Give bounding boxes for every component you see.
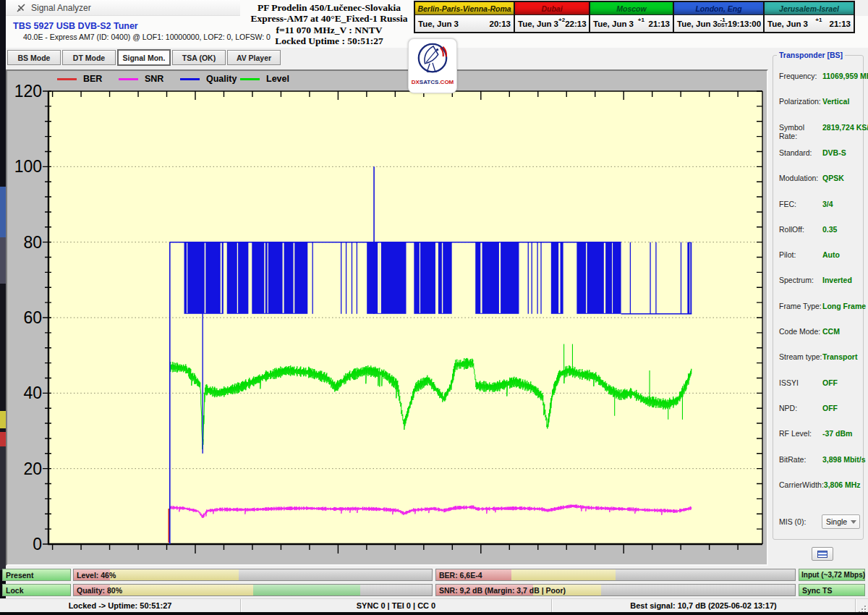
transponder-field-bitrate-: BitRate:3,898 Mbit/s (779, 455, 860, 465)
field-value: OFF (822, 378, 838, 389)
field-value: Vertical (822, 97, 849, 107)
status-section-1: SYNC 0 | TEI 0 | CC 0 (241, 599, 552, 612)
field-value: 3,898 Mbit/s (822, 455, 866, 465)
desktop-edge-strip (0, 0, 6, 615)
station-satellite-line: Express-AM7 at 40°E_Fixed-1 Russia (239, 13, 420, 24)
clock-date: Tue, Jun 3 (593, 20, 634, 28)
clock-time-row: Tue, Jun 3+121:13 (590, 15, 673, 32)
clock-time: 22:13 (565, 20, 586, 28)
app-icon (16, 3, 26, 13)
field-value: Long Frame (822, 302, 866, 312)
tab-av-player[interactable]: AV Player (227, 50, 281, 65)
window-title: Signal Analyzer (31, 3, 91, 13)
transponder-field-fec-: FEC:3/4 (779, 200, 860, 210)
bar-segment (110, 569, 239, 580)
quality-progressbar: Quality: 80% (73, 584, 433, 596)
field-label: Frequency: (779, 72, 822, 82)
transponder-field-modulation-: Modulation:QPSK (779, 174, 860, 184)
transponder-field-rf-level-: RF Level:-37 dBm (779, 429, 860, 439)
window-bottom-edge (0, 612, 868, 615)
svg-text:100: 100 (14, 157, 42, 176)
clock-time-row: Tue, Jun 3+121:13 (765, 15, 854, 32)
status-section-2: Best signal: 10,7 dB (2025-06-02 13:17) (552, 599, 856, 612)
legend-label: Level (266, 74, 289, 84)
field-label: Polarization: (779, 97, 822, 107)
transponder-field-issyi: ISSYIOFF (779, 378, 860, 389)
field-value: 11069,959 MHz (822, 72, 868, 82)
mis-selected-value: Single (826, 517, 847, 526)
clock-time: 20:13 (490, 20, 511, 28)
station-uptime-line: Locked Uptime : 50:51:27 (239, 35, 420, 46)
signal-chart-panel: 020406080100120 BERSNRQualityLevel (6, 69, 768, 566)
sync-ts-label: Sync TS (802, 586, 832, 595)
field-label: Stream type: (779, 352, 822, 362)
ber-progressbar: BER: 6,6E-4 (435, 569, 796, 581)
stream-capture-button[interactable] (812, 547, 833, 561)
field-value: QPSK (822, 174, 844, 184)
field-label: Pilot: (779, 250, 822, 260)
field-label: Modulation: (779, 174, 822, 184)
station-frequency-line: f=11 070 MHz_V : NNTV (239, 25, 420, 35)
tab-tsa-ok-[interactable]: TSA (OK) (172, 50, 226, 65)
clock-city-label: Moscow (590, 2, 673, 15)
clock-moscow: MoscowTue, Jun 3+121:13 (589, 1, 674, 33)
transponder-field-pilot-: Pilot:Auto (779, 250, 860, 260)
svg-text:80: 80 (23, 233, 42, 252)
present-label: Present (6, 571, 34, 580)
clock-time: 21:13 (830, 20, 851, 28)
timezone-clocks: Berlin-Paris-Vienna-RomaTue, Jun 320:13D… (414, 1, 855, 33)
clock-jerusalem-israel: Jerusalem-IsraelTue, Jun 3+121:13 (763, 1, 855, 33)
clock-berlin-paris-vienna-roma: Berlin-Paris-Vienna-RomaTue, Jun 320:13 (414, 1, 515, 33)
status-section-0: Locked -> Uptime: 50:51:27 (0, 599, 241, 612)
svg-text:20: 20 (23, 459, 42, 478)
chevron-down-icon (851, 520, 856, 524)
field-value: 2819,724 KS/s (822, 123, 868, 133)
transponder-title: Transponder [BS] (777, 51, 845, 59)
legend-item-ber: BER (57, 74, 102, 84)
clock-time: 19:13:00 (728, 20, 761, 28)
bar-segment (511, 569, 616, 580)
field-label: Frame Type: (779, 302, 822, 312)
signal-chart: 020406080100120 (7, 71, 770, 567)
lock-label: Lock (6, 586, 24, 595)
tab-dt-mode[interactable]: DT Mode (62, 50, 116, 65)
clock-time-row: Tue, Jun 3-1DST19:13:00 (674, 15, 763, 32)
transponder-field-frequency-: Frequency:11069,959 MHz (779, 72, 860, 82)
bar-segment (110, 585, 253, 595)
field-label: Spectrum: (779, 276, 822, 286)
lock-indicator: Lock (2, 584, 71, 596)
field-label: Standard: (779, 148, 822, 158)
legend-item-snr: SNR (119, 74, 163, 84)
legend-swatch-ber (57, 78, 77, 80)
legend-swatch-level (240, 78, 260, 80)
field-value: -37 dBm (822, 429, 852, 439)
clock-utc-offset: -1DST (718, 15, 728, 27)
snr-label: SNR: 9,2 dB (Margin: 3,7 dB | Poor) (439, 586, 566, 595)
field-label: ISSYI (779, 378, 822, 389)
field-value: Auto (822, 250, 840, 260)
field-value: 0.35 (822, 225, 837, 235)
transponder-field-carrierwidth-: CarrierWidth:3,806 MHz (779, 480, 860, 491)
clock-time-row: Tue, Jun 320:13 (415, 15, 514, 32)
tab-signal-mon-[interactable]: Signal Mon. (117, 49, 171, 66)
field-label: CarrierWidth: (779, 480, 824, 491)
clock-date: Tue, Jun 3 (677, 20, 718, 28)
legend-swatch-quality (180, 78, 200, 80)
field-value: Inverted (822, 276, 852, 286)
dxsatcs-logo: DXSATCS.COM (408, 38, 457, 93)
tuner-title: TBS 5927 USB DVB-S2 Tuner (13, 21, 138, 31)
legend-label: SNR (145, 74, 163, 84)
level-progressbar: Level: 46% (73, 569, 433, 581)
mis-dropdown[interactable]: Single (822, 514, 860, 529)
station-antenna-line: PF Prodelin 450/Lučenec-Slovakia (239, 2, 420, 13)
clock-city-label: London, Eng (674, 2, 763, 15)
bar-segment (253, 585, 361, 595)
legend-item-quality: Quality (180, 74, 237, 84)
svg-text:40: 40 (23, 383, 42, 402)
clock-utc-offset: +2 (558, 15, 565, 22)
input-label: Input (~3,72 Mbps) (801, 571, 865, 579)
clock-date: Tue, Jun 3 (418, 20, 459, 28)
transponder-field-standard-: Standard:DVB-S (779, 148, 860, 158)
window-titlebar: Signal Analyzer (6, 0, 240, 16)
tab-bs-mode[interactable]: BS Mode (7, 50, 61, 65)
